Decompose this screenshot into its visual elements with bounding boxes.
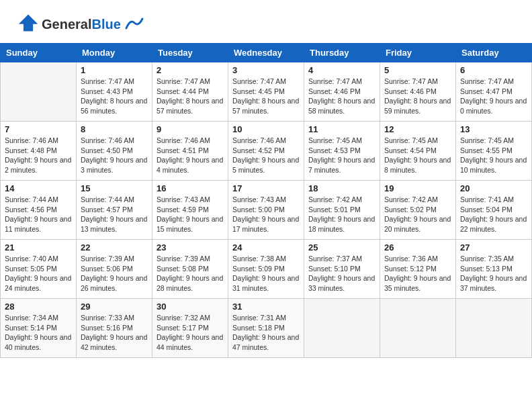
- day-number: 17: [232, 183, 300, 193]
- day-number: 20: [460, 183, 527, 193]
- calendar-cell: 26Sunrise: 7:36 AM Sunset: 5:12 PM Dayli…: [380, 240, 456, 299]
- day-number: 8: [81, 124, 148, 134]
- calendar-cell: 8Sunrise: 7:46 AM Sunset: 4:50 PM Daylig…: [77, 122, 152, 181]
- calendar-cell: 12Sunrise: 7:45 AM Sunset: 4:54 PM Dayli…: [380, 122, 456, 181]
- day-detail: Sunrise: 7:40 AM Sunset: 5:05 PM Dayligh…: [5, 254, 72, 293]
- week-row-1: 1Sunrise: 7:47 AM Sunset: 4:43 PM Daylig…: [1, 62, 532, 122]
- calendar-cell: 6Sunrise: 7:47 AM Sunset: 4:47 PM Daylig…: [456, 62, 532, 122]
- week-row-4: 21Sunrise: 7:40 AM Sunset: 5:05 PM Dayli…: [1, 240, 532, 299]
- day-detail: Sunrise: 7:47 AM Sunset: 4:45 PM Dayligh…: [232, 77, 300, 116]
- calendar-cell: 7Sunrise: 7:46 AM Sunset: 4:48 PM Daylig…: [1, 122, 77, 181]
- day-detail: Sunrise: 7:32 AM Sunset: 5:17 PM Dayligh…: [157, 313, 224, 353]
- day-number: 24: [232, 242, 300, 253]
- day-detail: Sunrise: 7:46 AM Sunset: 4:51 PM Dayligh…: [157, 136, 224, 175]
- calendar-cell: 10Sunrise: 7:46 AM Sunset: 4:52 PM Dayli…: [228, 122, 304, 181]
- logo-wave-icon: [125, 16, 144, 31]
- day-detail: Sunrise: 7:42 AM Sunset: 5:01 PM Dayligh…: [308, 195, 375, 234]
- calendar-cell: 27Sunrise: 7:35 AM Sunset: 5:13 PM Dayli…: [456, 240, 532, 299]
- weekday-header-monday: Monday: [77, 44, 152, 62]
- calendar-header-row: SundayMondayTuesdayWednesdayThursdayFrid…: [1, 44, 532, 62]
- day-detail: Sunrise: 7:47 AM Sunset: 4:43 PM Dayligh…: [81, 77, 148, 116]
- calendar-cell: [380, 299, 456, 358]
- calendar-cell: 1Sunrise: 7:47 AM Sunset: 4:43 PM Daylig…: [77, 62, 152, 122]
- day-detail: Sunrise: 7:45 AM Sunset: 4:55 PM Dayligh…: [460, 136, 527, 175]
- weekday-header-saturday: Saturday: [456, 44, 532, 62]
- calendar-cell: 11Sunrise: 7:45 AM Sunset: 4:53 PM Dayli…: [304, 122, 380, 181]
- weekday-header-sunday: Sunday: [1, 44, 77, 62]
- calendar-cell: 9Sunrise: 7:46 AM Sunset: 4:51 PM Daylig…: [152, 122, 228, 181]
- day-detail: Sunrise: 7:45 AM Sunset: 4:53 PM Dayligh…: [308, 136, 375, 175]
- day-detail: Sunrise: 7:34 AM Sunset: 5:14 PM Dayligh…: [5, 313, 72, 353]
- day-number: 21: [5, 242, 72, 253]
- day-detail: Sunrise: 7:37 AM Sunset: 5:10 PM Dayligh…: [308, 254, 375, 293]
- day-detail: Sunrise: 7:46 AM Sunset: 4:50 PM Dayligh…: [81, 136, 148, 175]
- logo-general: General: [42, 17, 91, 32]
- day-number: 4: [308, 65, 375, 75]
- day-detail: Sunrise: 7:36 AM Sunset: 5:12 PM Dayligh…: [384, 254, 451, 293]
- calendar-cell: 13Sunrise: 7:45 AM Sunset: 4:55 PM Dayli…: [456, 122, 532, 181]
- calendar-cell: 20Sunrise: 7:41 AM Sunset: 5:04 PM Dayli…: [456, 181, 532, 240]
- day-detail: Sunrise: 7:46 AM Sunset: 4:48 PM Dayligh…: [5, 136, 72, 175]
- day-detail: Sunrise: 7:47 AM Sunset: 4:46 PM Dayligh…: [384, 77, 451, 116]
- day-number: 19: [384, 183, 451, 193]
- day-number: 27: [460, 242, 527, 253]
- day-detail: Sunrise: 7:47 AM Sunset: 4:46 PM Dayligh…: [308, 77, 375, 116]
- day-number: 15: [81, 183, 148, 193]
- calendar-cell: 24Sunrise: 7:38 AM Sunset: 5:09 PM Dayli…: [228, 240, 304, 299]
- calendar-cell: 30Sunrise: 7:32 AM Sunset: 5:17 PM Dayli…: [152, 299, 228, 358]
- day-number: 30: [157, 302, 224, 312]
- calendar-cell: 15Sunrise: 7:44 AM Sunset: 4:57 PM Dayli…: [77, 181, 152, 240]
- day-number: 22: [81, 242, 148, 253]
- page-header: GeneralBlue: [0, 0, 532, 43]
- calendar-cell: 22Sunrise: 7:39 AM Sunset: 5:06 PM Dayli…: [77, 240, 152, 299]
- calendar-cell: 16Sunrise: 7:43 AM Sunset: 4:59 PM Dayli…: [152, 181, 228, 240]
- calendar-cell: 25Sunrise: 7:37 AM Sunset: 5:10 PM Dayli…: [304, 240, 380, 299]
- calendar-cell: 31Sunrise: 7:31 AM Sunset: 5:18 PM Dayli…: [228, 299, 304, 358]
- weekday-header-friday: Friday: [380, 44, 456, 62]
- day-detail: Sunrise: 7:31 AM Sunset: 5:18 PM Dayligh…: [232, 313, 300, 353]
- day-number: 25: [308, 242, 375, 253]
- calendar-cell: 29Sunrise: 7:33 AM Sunset: 5:16 PM Dayli…: [77, 299, 152, 358]
- weekday-header-thursday: Thursday: [304, 44, 380, 62]
- day-detail: Sunrise: 7:44 AM Sunset: 4:57 PM Dayligh…: [81, 195, 148, 234]
- calendar-cell: 28Sunrise: 7:34 AM Sunset: 5:14 PM Dayli…: [1, 299, 77, 358]
- day-number: 14: [5, 183, 72, 193]
- day-number: 13: [460, 124, 527, 134]
- calendar-cell: 4Sunrise: 7:47 AM Sunset: 4:46 PM Daylig…: [304, 62, 380, 122]
- day-number: 5: [384, 65, 451, 75]
- day-number: 31: [232, 302, 300, 312]
- day-detail: Sunrise: 7:42 AM Sunset: 5:02 PM Dayligh…: [384, 195, 451, 234]
- calendar-cell: 17Sunrise: 7:43 AM Sunset: 5:00 PM Dayli…: [228, 181, 304, 240]
- calendar-cell: 19Sunrise: 7:42 AM Sunset: 5:02 PM Dayli…: [380, 181, 456, 240]
- day-number: 16: [157, 183, 224, 193]
- day-detail: Sunrise: 7:43 AM Sunset: 5:00 PM Dayligh…: [232, 195, 300, 234]
- day-number: 10: [232, 124, 300, 134]
- day-detail: Sunrise: 7:46 AM Sunset: 4:52 PM Dayligh…: [232, 136, 300, 175]
- day-detail: Sunrise: 7:33 AM Sunset: 5:16 PM Dayligh…: [81, 313, 148, 353]
- day-detail: Sunrise: 7:41 AM Sunset: 5:04 PM Dayligh…: [460, 195, 527, 234]
- day-detail: Sunrise: 7:45 AM Sunset: 4:54 PM Dayligh…: [384, 136, 451, 175]
- day-number: 7: [5, 124, 72, 134]
- svg-marker-0: [19, 15, 38, 32]
- day-number: 26: [384, 242, 451, 253]
- day-number: 18: [308, 183, 375, 193]
- calendar-cell: 14Sunrise: 7:44 AM Sunset: 4:56 PM Dayli…: [1, 181, 77, 240]
- week-row-5: 28Sunrise: 7:34 AM Sunset: 5:14 PM Dayli…: [1, 299, 532, 358]
- calendar-cell: [456, 299, 532, 358]
- day-detail: Sunrise: 7:44 AM Sunset: 4:56 PM Dayligh…: [5, 195, 72, 234]
- day-number: 1: [81, 65, 148, 75]
- day-detail: Sunrise: 7:39 AM Sunset: 5:06 PM Dayligh…: [81, 254, 148, 293]
- day-number: 6: [460, 65, 527, 75]
- logo-blue: Blue: [91, 17, 120, 32]
- day-detail: Sunrise: 7:35 AM Sunset: 5:13 PM Dayligh…: [460, 254, 527, 293]
- day-number: 3: [232, 65, 300, 75]
- calendar-cell: 5Sunrise: 7:47 AM Sunset: 4:46 PM Daylig…: [380, 62, 456, 122]
- day-detail: Sunrise: 7:39 AM Sunset: 5:08 PM Dayligh…: [157, 254, 224, 293]
- day-number: 28: [5, 302, 72, 312]
- week-row-2: 7Sunrise: 7:46 AM Sunset: 4:48 PM Daylig…: [1, 122, 532, 181]
- calendar-cell: 21Sunrise: 7:40 AM Sunset: 5:05 PM Dayli…: [1, 240, 77, 299]
- day-number: 12: [384, 124, 451, 134]
- logo: GeneralBlue: [16, 12, 144, 36]
- calendar-cell: 18Sunrise: 7:42 AM Sunset: 5:01 PM Dayli…: [304, 181, 380, 240]
- calendar-cell: [1, 62, 77, 122]
